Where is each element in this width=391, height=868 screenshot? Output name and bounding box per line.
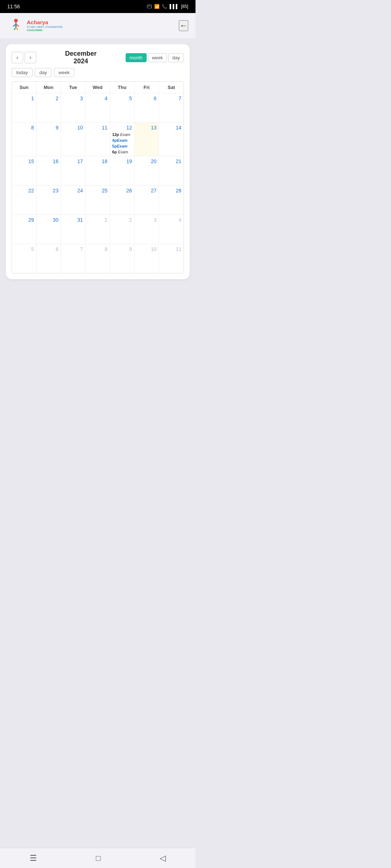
acharya-logo-svg [7, 17, 25, 34]
day-cell[interactable]: 23 [37, 186, 61, 214]
nav-buttons: ‹ › [12, 52, 36, 63]
day-header-fri: Fri [135, 82, 159, 93]
day-number: 22 [13, 187, 35, 194]
day-cell[interactable]: 26 [110, 186, 135, 214]
day-number: 11 [87, 124, 108, 131]
prev-month-button[interactable]: ‹ [12, 52, 23, 63]
day-number: 15 [13, 158, 35, 165]
day-cell[interactable]: 21 [159, 156, 184, 185]
day-header-wed: Wed [85, 82, 110, 93]
day-cell[interactable]: 31 [61, 215, 85, 244]
week-view-button[interactable]: week [148, 53, 167, 62]
day-cell[interactable]: 29 [12, 215, 37, 244]
day-cell[interactable]: 6 [37, 244, 61, 273]
day-cell[interactable]: 2 [110, 215, 135, 244]
day-cell[interactable]: 10 [61, 123, 85, 156]
day-cell[interactable]: 11 [159, 244, 184, 273]
day-number: 2 [38, 95, 59, 102]
day-number: 5 [13, 246, 35, 253]
day-cell[interactable]: 28 [159, 186, 184, 214]
day-number: 6 [136, 95, 157, 102]
day-header-tue: Tue [61, 82, 85, 93]
day-cell[interactable]: 27 [135, 186, 159, 214]
day-cell[interactable]: 15 [12, 156, 37, 185]
day-number: 21 [160, 158, 182, 165]
calendar-grid: SunMonTueWedThuFriSat 12345678910111212p… [12, 81, 184, 273]
day-cell[interactable]: 17 [61, 156, 85, 185]
day-cell[interactable]: 4 [159, 215, 184, 244]
day-number: 26 [112, 187, 133, 194]
month-view-button[interactable]: month [126, 53, 147, 62]
day-number: 6 [38, 246, 59, 253]
day-cell[interactable]: 9 [37, 123, 61, 156]
status-icons: 📳 📶 📞 ▌▌▌ [85] [147, 4, 188, 9]
week-row-3: 15161718192021 [12, 156, 184, 186]
event-item[interactable]: 5pExam [112, 144, 133, 149]
today-button[interactable]: today [12, 68, 33, 77]
logo-text: Acharya IIT-JEE | NEET | FOUNDATION COAC… [27, 20, 63, 32]
next-month-button[interactable]: › [25, 52, 36, 63]
day-cell[interactable]: 8 [85, 244, 110, 273]
day-cell[interactable]: 24 [61, 186, 85, 214]
day-number: 25 [87, 187, 108, 194]
day-number: 8 [13, 124, 35, 131]
day-number: 5 [112, 95, 133, 102]
day-cell[interactable]: 25 [85, 186, 110, 214]
day-cell[interactable]: 9 [110, 244, 135, 273]
day-cell[interactable]: 13 [135, 123, 159, 156]
day-cell[interactable]: 6 [135, 93, 159, 122]
day-view-button[interactable]: day [168, 53, 184, 62]
svg-line-4 [14, 27, 16, 30]
day-number: 19 [112, 158, 133, 165]
day-cell[interactable]: 4 [85, 93, 110, 122]
day-number: 29 [13, 216, 35, 224]
day-cell[interactable]: 5 [12, 244, 37, 273]
day-cell[interactable]: 20 [135, 156, 159, 185]
day-cell[interactable]: 2 [37, 93, 61, 122]
event-item[interactable]: 6p Exam [112, 149, 133, 154]
day-number: 3 [136, 216, 157, 224]
day-number: 27 [136, 187, 157, 194]
day-number: 7 [160, 95, 182, 102]
day-cell[interactable]: 22 [12, 186, 37, 214]
event-item[interactable]: 4pExam [112, 138, 133, 143]
week-subview-button[interactable]: week [54, 68, 74, 77]
day-cell[interactable]: 1 [12, 93, 37, 122]
day-cell[interactable]: 1212p Exam4pExam5pExam6p Exam [110, 123, 135, 156]
day-header-mon: Mon [37, 82, 61, 93]
day-number: 3 [62, 95, 84, 102]
day-subview-button[interactable]: day [35, 68, 52, 77]
svg-line-5 [16, 27, 18, 30]
day-cell[interactable]: 30 [37, 215, 61, 244]
day-cell[interactable]: 3 [61, 93, 85, 122]
month-year-title: December 2024 [65, 50, 97, 65]
day-headers-row: SunMonTueWedThuFriSat [12, 82, 184, 93]
day-number: 16 [38, 158, 59, 165]
back-button[interactable]: ← [179, 20, 188, 31]
day-cell[interactable]: 18 [85, 156, 110, 185]
day-number: 23 [38, 187, 59, 194]
day-cell[interactable]: 7 [61, 244, 85, 273]
event-item[interactable]: 12p Exam [112, 132, 133, 137]
day-cell[interactable]: 19 [110, 156, 135, 185]
day-cell[interactable]: 14 [159, 123, 184, 156]
wifi-icon: 📶 [154, 4, 160, 9]
week-row-4: 22232425262728 [12, 186, 184, 215]
logo: Acharya IIT-JEE | NEET | FOUNDATION COAC… [7, 17, 63, 34]
day-cell[interactable]: 10 [135, 244, 159, 273]
day-number: 7 [62, 246, 84, 253]
day-cell[interactable]: 11 [85, 123, 110, 156]
view-buttons: month week day [126, 53, 184, 62]
day-number: 1 [13, 95, 35, 102]
day-cell[interactable]: 8 [12, 123, 37, 156]
day-number: 13 [136, 124, 157, 131]
day-cell[interactable]: 1 [85, 215, 110, 244]
day-number: 24 [62, 187, 84, 194]
call-icon: 📞 [162, 4, 167, 9]
day-cell[interactable]: 7 [159, 93, 184, 122]
day-cell[interactable]: 16 [37, 156, 61, 185]
day-cell[interactable]: 5 [110, 93, 135, 122]
day-cell[interactable]: 3 [135, 215, 159, 244]
day-header-thu: Thu [110, 82, 135, 93]
day-number: 2 [112, 216, 133, 224]
